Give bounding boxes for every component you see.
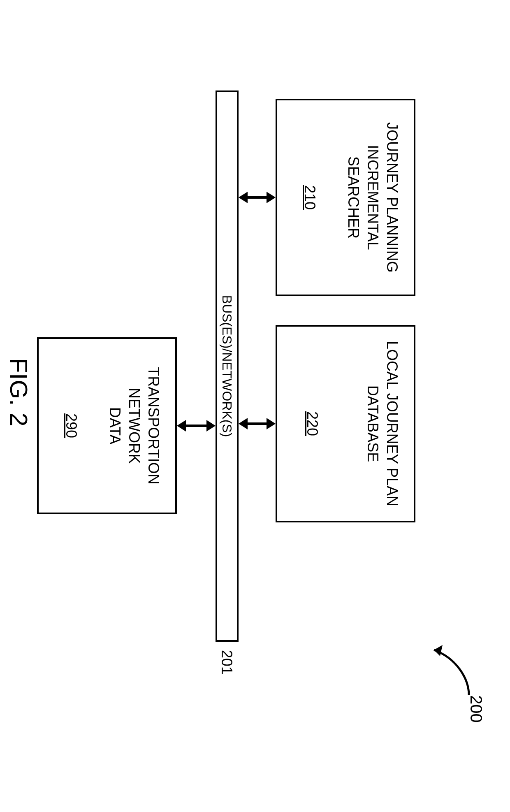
title-line: TRANSPORTION [144,367,163,484]
svg-marker-0 [434,645,443,656]
title-line: INCREMENTAL [363,122,382,272]
diagram-canvas: 200 JOURNEY PLANNING INCREMENTAL SEARCHE… [0,0,510,510]
title-line: SEARCHER [344,122,363,272]
title-line: NETWORK [124,367,144,484]
block-reference-number: 290 [61,413,81,438]
bus-reference-number: 201 [218,650,235,675]
block-reference-number: 210 [300,185,319,210]
title-line: LOCAL JOURNEY PLAN [382,341,401,506]
block-title: TRANSPORTION NETWORK DATA [105,367,163,484]
block-journey-planning-incremental-searcher: JOURNEY PLANNING INCREMENTAL SEARCHER 21… [276,99,415,296]
title-line: DATA [105,367,125,484]
block-title: JOURNEY PLANNING INCREMENTAL SEARCHER [344,122,401,272]
figure-reference-number: 200 [467,695,485,723]
bus-networks-bar: BUS(ES)/NETWORK(S) [216,90,239,642]
figure-reference-leader [424,633,473,699]
block-transportation-network-data: TRANSPORTION NETWORK DATA 290 [37,337,177,514]
block-reference-number: 220 [303,411,322,436]
block-local-journey-plan-database: LOCAL JOURNEY PLAN DATABASE 220 [276,325,415,522]
title-line: JOURNEY PLANNING [382,122,401,272]
diagram-stage: 200 JOURNEY PLANNING INCREMENTAL SEARCHE… [0,0,510,812]
title-line: DATABASE [363,341,382,506]
figure-caption: FIG. 2 [5,358,33,427]
bus-label: BUS(ES)/NETWORK(S) [220,295,235,437]
block-title: LOCAL JOURNEY PLAN DATABASE [363,341,401,506]
